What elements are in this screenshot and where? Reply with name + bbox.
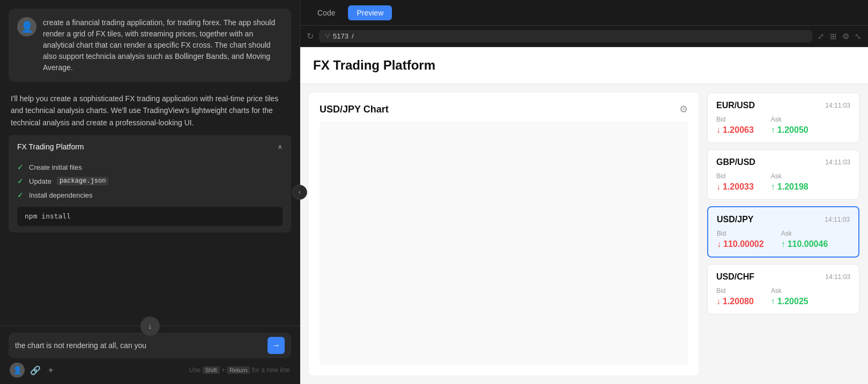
tab-preview[interactable]: Preview <box>348 5 392 20</box>
fx-tile-usdchf[interactable]: USD/CHF 14:11:03 Bid 1.20080 Ask 1.20025 <box>707 264 859 314</box>
tab-bar: Code Preview <box>300 0 868 26</box>
fx-time-eurusd: 14:11:03 <box>825 102 850 109</box>
fx-tile-usdchf-header: USD/CHF 14:11:03 <box>716 272 850 282</box>
fx-tile-gbpusd[interactable]: GBP/USD 14:11:03 Bid 1.20033 Ask 1.20198 <box>707 149 859 200</box>
bid-arrow-gbpusd <box>716 182 721 192</box>
chevron-up-icon: ∧ <box>278 143 283 150</box>
task-panel-header[interactable]: FX Trading Platform ∧ <box>9 135 291 159</box>
fx-bid-gbpusd: 1.20033 <box>716 182 754 192</box>
browser-bar: ↻ ⑂ 5173 / ⤢ ⊞ ⚙ ⤡ <box>300 26 868 47</box>
bid-arrow-eurusd <box>716 125 721 135</box>
fx-ask-label-usdchf: Ask <box>771 287 808 295</box>
fx-ask-group-eurusd: Ask 1.20050 <box>771 116 808 135</box>
fx-ask-group-usdchf: Ask 1.20025 <box>771 287 808 306</box>
fx-ask-label-gbpusd: Ask <box>771 172 808 180</box>
fx-bid-usdjpy: 110.00002 <box>717 239 764 249</box>
branch-icon: ⑂ <box>325 32 330 40</box>
chat-input[interactable] <box>15 341 263 350</box>
ask-arrow-gbpusd <box>771 182 775 192</box>
fx-time-gbpusd: 14:11:03 <box>825 159 850 166</box>
fx-ask-usdjpy: 110.00046 <box>781 239 828 249</box>
chart-placeholder <box>320 122 688 365</box>
fx-tile-usdjpy-header: USD/JPY 14:11:03 <box>717 215 850 224</box>
check-icon-1: ✓ <box>17 163 24 171</box>
check-icon-3: ✓ <box>17 191 24 199</box>
task-item-3: ✓ Install dependencies <box>17 191 283 199</box>
input-hint: Use Shift + Return for a new line <box>189 366 290 374</box>
assistant-text: I'll help you create a sophisticated FX … <box>9 93 291 129</box>
fx-bid-label-gbpusd: Bid <box>716 172 754 180</box>
hint-use: Use <box>189 366 201 374</box>
fx-bid-usdchf: 1.20080 <box>716 297 754 306</box>
fx-bid-label-usdchf: Bid <box>716 287 754 295</box>
send-button[interactable]: → <box>268 337 285 354</box>
fx-ask-label-eurusd: Ask <box>771 116 808 123</box>
browser-actions: ⤢ ⊞ ⚙ ⤡ <box>818 32 862 41</box>
fx-ask-group-gbpusd: Ask 1.20198 <box>771 172 808 192</box>
fx-tile-usdjpy[interactable]: USD/JPY 14:11:03 Bid 110.00002 Ask 110.0… <box>707 206 859 258</box>
external-link-button[interactable]: ⤢ <box>818 32 825 41</box>
preview-content: FX Trading Platform USD/JPY Chart ⚙ <box>300 47 868 384</box>
fx-time-usdjpy: 14:11:03 <box>825 216 850 223</box>
settings-button[interactable]: ⚙ <box>842 32 849 41</box>
task-panel: FX Trading Platform ∧ ✓ Create initial f… <box>9 135 291 232</box>
fx-app: FX Trading Platform USD/JPY Chart ⚙ <box>300 47 868 384</box>
fx-tiles: EUR/USD 14:11:03 Bid 1.20063 Ask 1.20050 <box>707 84 868 384</box>
fx-tile-eurusd-header: EUR/USD 14:11:03 <box>716 101 850 110</box>
left-panel: 👤 create a financial trading application… <box>0 0 300 384</box>
fx-prices-gbpusd: Bid 1.20033 Ask 1.20198 <box>716 172 850 192</box>
url-separator: / <box>352 32 354 40</box>
fx-time-usdchf: 14:11:03 <box>825 273 850 281</box>
user-message-text: create a financial trading application, … <box>43 17 283 73</box>
hint-suffix: for a new line <box>252 366 290 374</box>
chart-card-header: USD/JPY Chart ⚙ <box>320 103 688 115</box>
expand-button[interactable]: ⤡ <box>855 32 862 41</box>
scroll-down-button[interactable]: ↓ <box>140 317 160 336</box>
npm-command: npm install <box>25 212 71 220</box>
fx-pair-eurusd: EUR/USD <box>716 101 755 110</box>
right-panel: Code Preview ↻ ⑂ 5173 / ⤢ ⊞ ⚙ ⤡ FX Tradi… <box>300 0 868 384</box>
fx-ask-label-usdjpy: Ask <box>781 230 828 237</box>
fx-prices-eurusd: Bid 1.20063 Ask 1.20050 <box>716 116 850 135</box>
fx-tile-gbpusd-header: GBP/USD 14:11:03 <box>716 157 850 167</box>
hint-plus: + <box>221 366 225 374</box>
tab-code[interactable]: Code <box>309 5 344 20</box>
fx-app-title: FX Trading Platform <box>313 58 855 73</box>
fx-app-body: USD/JPY Chart ⚙ EUR/USD 14:11:03 <box>300 84 868 384</box>
user-avatar-bottom: 👤 <box>10 363 25 378</box>
fx-bid-group-gbpusd: Bid 1.20033 <box>716 172 754 192</box>
task-items-list: ✓ Create initial files ✓ Update package.… <box>9 159 291 232</box>
link-button[interactable]: 🔗 <box>30 365 41 375</box>
task-code-2: package.json <box>57 177 108 185</box>
check-icon-2: ✓ <box>17 177 24 185</box>
chat-messages: 👤 create a financial trading application… <box>0 0 300 326</box>
fx-pair-usdjpy: USD/JPY <box>717 215 753 224</box>
task-panel-title: FX Trading Platform <box>17 142 84 151</box>
chart-gear-icon[interactable]: ⚙ <box>679 103 688 115</box>
task-item-1: ✓ Create initial files <box>17 163 283 171</box>
input-row: → <box>9 333 291 358</box>
collapse-toggle[interactable]: ‹ <box>292 185 307 200</box>
sparkle-button[interactable]: ✦ <box>47 365 54 375</box>
task-label-1: Create initial files <box>29 163 82 171</box>
refresh-button[interactable]: ↻ <box>307 31 314 41</box>
fx-tile-eurusd[interactable]: EUR/USD 14:11:03 Bid 1.20063 Ask 1.20050 <box>707 93 859 143</box>
fx-bid-group-eurusd: Bid 1.20063 <box>716 116 754 135</box>
fx-bid-eurusd: 1.20063 <box>716 125 754 135</box>
hint-return: Return <box>227 366 250 374</box>
input-icons: 🔗 ✦ <box>30 365 54 375</box>
fx-prices-usdchf: Bid 1.20080 Ask 1.20025 <box>716 287 850 306</box>
fx-app-header: FX Trading Platform <box>300 47 868 84</box>
hint-shift: Shift <box>203 366 220 374</box>
bid-arrow-usdchf <box>716 297 721 306</box>
user-message: 👤 create a financial trading application… <box>9 9 291 82</box>
fx-ask-gbpusd: 1.20198 <box>771 182 808 192</box>
layout-button[interactable]: ⊞ <box>830 32 837 41</box>
fx-bid-label-eurusd: Bid <box>716 116 754 123</box>
fx-ask-group-usdjpy: Ask 110.00046 <box>781 230 828 249</box>
chart-card-title: USD/JPY Chart <box>320 104 389 115</box>
input-footer: 👤 🔗 ✦ Use Shift + Return for a new line <box>9 363 291 378</box>
url-bar: ⑂ 5173 / <box>319 30 812 42</box>
assistant-message: I'll help you create a sophisticated FX … <box>9 91 291 235</box>
task-item-2: ✓ Update package.json <box>17 177 283 185</box>
